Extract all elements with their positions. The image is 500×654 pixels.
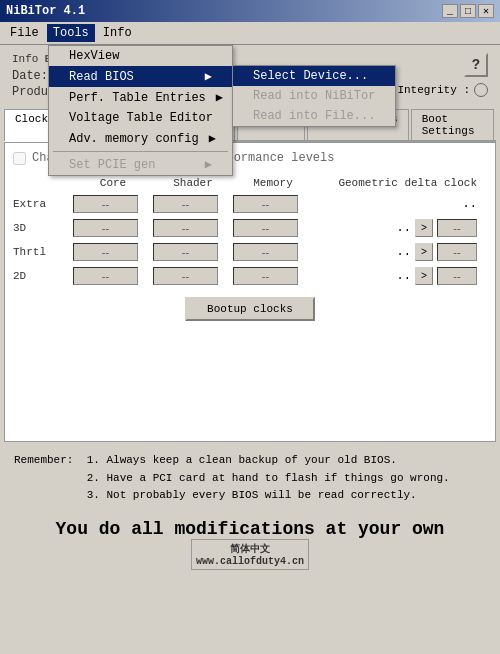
menu-file[interactable]: File [4, 24, 45, 42]
thrtl-shader-input[interactable] [153, 243, 218, 261]
2d-geo-arrow[interactable]: > [415, 267, 433, 285]
dropdown-hexview[interactable]: HexView [49, 46, 232, 66]
menu-bar: File Tools Info [0, 22, 500, 45]
col-header-geo-delta: Geometric delta clock [313, 177, 487, 189]
thrtl-dot: .. [397, 245, 411, 259]
col-header-shader: Shader [153, 177, 233, 189]
perf-arrow-icon: ▶ [216, 90, 223, 105]
dropdown-perf-table[interactable]: Perf. Table Entries ▶ [49, 87, 232, 108]
menu-tools[interactable]: Tools [47, 24, 95, 42]
3d-core-input[interactable] [73, 219, 138, 237]
adv-memory-arrow-icon: ▶ [209, 131, 216, 146]
tip-2: 2. Have a PCI card at hand to flash if t… [87, 472, 450, 484]
col-header-memory: Memory [233, 177, 313, 189]
row-label-2d: 2D [13, 270, 73, 282]
3d-memory-input[interactable] [233, 219, 298, 237]
change-perf-levels-checkbox[interactable] [13, 152, 26, 165]
submenu-select-device[interactable]: Select Device... [233, 66, 395, 86]
warning-text: You do all modifications at your own [56, 519, 445, 539]
close-button[interactable]: ✕ [478, 4, 494, 18]
menu-info[interactable]: Info [97, 24, 138, 42]
thrtl-memory-input[interactable] [233, 243, 298, 261]
help-button[interactable]: ? [464, 53, 488, 77]
extra-shader-input[interactable] [153, 195, 218, 213]
info-label: Info [12, 53, 38, 65]
thrtl-geo-arrow[interactable]: > [415, 243, 433, 261]
clockrates-panel: Change amount of active performance leve… [4, 142, 496, 442]
3d-geo-input[interactable] [437, 219, 477, 237]
tip-1: 1. Always keep a clean backup of your ol… [87, 454, 397, 466]
watermark: 简体中文www.callofduty4.cn [191, 539, 309, 570]
submenu-read-into-nibitor: Read into NiBiTor [233, 86, 395, 106]
extra-geo: .. [313, 197, 487, 211]
bootup-clocks-button[interactable]: Bootup clocks [185, 297, 315, 321]
dropdown-adv-memory[interactable]: Adv. memory config ▶ [49, 128, 232, 149]
2d-geo-input[interactable] [437, 267, 477, 285]
table-row: Thrtl .. > [13, 243, 487, 261]
title-bar: NiBiTor 4.1 _ □ ✕ [0, 0, 500, 22]
bottom-warning: You do all modifications at your own 简体中… [4, 515, 496, 574]
minimize-button[interactable]: _ [442, 4, 458, 18]
set-pcie-arrow-icon: ▶ [205, 157, 212, 172]
table-row: 3D .. > [13, 219, 487, 237]
tip-3: 3. Not probably every BIOS will be read … [87, 489, 417, 501]
2d-shader-input[interactable] [153, 267, 218, 285]
row-label-extra: Extra [13, 198, 73, 210]
maximize-button[interactable]: □ [460, 4, 476, 18]
clock-table-header: Core Shader Memory Geometric delta clock [13, 177, 487, 189]
row-label-thrtl: Thrtl [13, 246, 73, 258]
submenu-arrow-icon: ▶ [205, 69, 212, 84]
3d-dot: .. [397, 221, 411, 235]
3d-geo: .. > [313, 219, 487, 237]
tab-boot-settings[interactable]: Boot Settings [411, 109, 494, 140]
dropdown-set-pcie: Set PCIE gen ▶ [49, 154, 232, 175]
extra-dot: .. [463, 197, 477, 211]
submenu-read-into-file: Read into File... [233, 106, 395, 126]
integrity-row: Integrity : [397, 83, 488, 97]
extra-core-input[interactable] [73, 195, 138, 213]
2d-dot: .. [397, 269, 411, 283]
col-header-core: Core [73, 177, 153, 189]
dropdown-voltage[interactable]: Voltage Table Editor [49, 108, 232, 128]
2d-geo: .. > [313, 267, 487, 285]
table-row: Extra .. [13, 195, 487, 213]
window-title: NiBiTor 4.1 [6, 4, 85, 18]
integrity-indicator [474, 83, 488, 97]
thrtl-geo-input[interactable] [437, 243, 477, 261]
extra-memory-input[interactable] [233, 195, 298, 213]
row-label-3d: 3D [13, 222, 73, 234]
thrtl-geo: .. > [313, 243, 487, 261]
dropdown-read-bios[interactable]: Read BIOS ▶ Select Device... Read into N… [49, 66, 232, 87]
remember-label: Remember: [14, 454, 73, 466]
thrtl-core-input[interactable] [73, 243, 138, 261]
integrity-label: Integrity : [397, 84, 470, 96]
window-controls: _ □ ✕ [442, 4, 494, 18]
2d-core-input[interactable] [73, 267, 138, 285]
2d-memory-input[interactable] [233, 267, 298, 285]
bottom-info-section: Remember: 1. Always keep a clean backup … [4, 446, 496, 511]
3d-geo-arrow[interactable]: > [415, 219, 433, 237]
tools-dropdown: HexView Read BIOS ▶ Select Device... Rea… [48, 45, 233, 176]
table-row: 2D .. > [13, 267, 487, 285]
3d-shader-input[interactable] [153, 219, 218, 237]
read-bios-submenu: Select Device... Read into NiBiTor Read … [232, 65, 396, 127]
